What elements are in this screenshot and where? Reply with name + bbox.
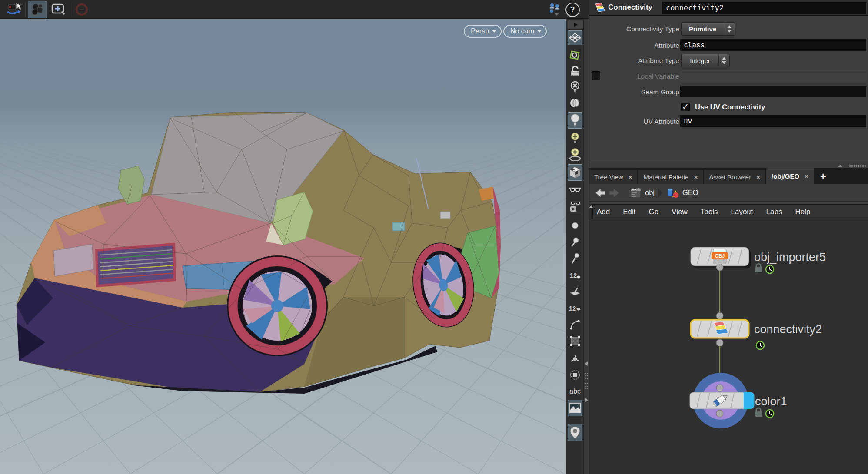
help-icon: ? <box>565 3 580 17</box>
view-tool-button[interactable] <box>4 1 23 18</box>
collapse-left-icon <box>585 361 588 366</box>
close-icon[interactable]: × <box>805 172 808 180</box>
node-label: connectivity2 <box>754 323 822 336</box>
node-color1[interactable]: color1 <box>690 373 787 428</box>
bulb-icon <box>570 113 580 127</box>
scene-viewport[interactable]: Persp No cam <box>0 19 566 474</box>
box-zoom-button[interactable] <box>49 1 68 18</box>
display-points-button[interactable] <box>568 218 582 233</box>
prim-numbers-button[interactable]: 12 <box>568 301 582 315</box>
toolbar-separator <box>70 2 70 17</box>
close-icon[interactable]: × <box>694 173 698 181</box>
tab-asset-browser[interactable]: Asset Browser × <box>704 170 765 184</box>
no-lighting-button[interactable] <box>568 80 582 95</box>
prim-hulls-button[interactable] <box>568 334 582 348</box>
pane-divider[interactable] <box>589 163 868 168</box>
obj-network-icon <box>629 187 642 199</box>
display-text-button[interactable]: abc <box>568 384 582 399</box>
menubar-scroll-edge[interactable] <box>589 204 593 219</box>
camera-select-pill[interactable]: No cam <box>503 25 547 38</box>
close-icon[interactable]: × <box>629 173 632 181</box>
lock-camera-button[interactable] <box>568 64 582 79</box>
point-trails-button[interactable] <box>568 351 582 366</box>
clock-badge-icon <box>766 265 774 273</box>
houdini-window: ? <box>0 0 868 474</box>
menu-tools[interactable]: Tools <box>701 208 718 216</box>
attribute-input[interactable]: class <box>680 39 866 51</box>
pane-splitter[interactable] <box>583 19 589 474</box>
point-normals-button[interactable] <box>568 235 582 249</box>
obj-file-icon: OBJ <box>712 249 728 264</box>
toolbar-expander-button[interactable] <box>568 20 583 30</box>
select-objects-button[interactable] <box>28 1 47 18</box>
camera-menu-label: Persp <box>471 27 489 35</box>
point-numbers-button[interactable]: 12 <box>568 268 582 282</box>
node-name-input[interactable]: connectivity2 <box>662 2 866 14</box>
geo-node-icon <box>666 187 679 199</box>
uv-attribute-input[interactable]: uv <box>680 115 866 127</box>
toolbar-separator <box>25 2 26 17</box>
tab-obj-geo[interactable]: /obj/GEO × <box>766 168 814 184</box>
camera-menu-pill[interactable]: Persp <box>464 25 502 38</box>
snapshot-button[interactable] <box>568 424 582 441</box>
menu-labs[interactable]: Labs <box>766 208 782 216</box>
view-tool-icon <box>6 2 22 17</box>
menu-add[interactable]: Add <box>597 208 610 216</box>
materials-button[interactable] <box>568 164 582 181</box>
tab-tree-view[interactable]: Tree View × <box>589 170 637 184</box>
desktop-selector-button[interactable] <box>546 1 563 18</box>
bulb-plus-icon <box>570 132 580 145</box>
node-label: obj_importer5 <box>754 251 826 264</box>
tab-material-palette[interactable]: Material Palette × <box>638 170 703 184</box>
tab-label: Tree View <box>594 173 623 181</box>
point-normal-icon <box>570 237 580 247</box>
headlight-only-button[interactable] <box>568 96 582 110</box>
breadcrumb-geo[interactable]: GEO <box>682 189 698 197</box>
background-image-button[interactable] <box>568 400 582 416</box>
breadcrumb-obj[interactable]: obj <box>645 189 655 197</box>
connectivity-type-value: Primitive <box>682 25 724 33</box>
pane-expand-icon <box>838 165 843 167</box>
node-obj-importer5[interactable]: OBJ obj_importer5 <box>691 247 826 273</box>
help-button[interactable]: ? <box>564 1 581 18</box>
flat-shaded-button[interactable] <box>568 199 582 214</box>
menu-view[interactable]: View <box>672 208 688 216</box>
forward-arrow-icon[interactable] <box>608 187 621 199</box>
grid-toggle-button[interactable] <box>568 30 582 45</box>
connectivity-type-dropdown[interactable]: Primitive <box>681 22 735 36</box>
profile-curves-button[interactable] <box>568 317 582 332</box>
spinner-icon <box>724 23 735 35</box>
pane-grip <box>849 164 866 168</box>
snap-disabled-button[interactable] <box>73 1 90 18</box>
vertex-markers-button[interactable] <box>568 368 582 382</box>
box-zoom-icon <box>50 2 66 17</box>
seam-group-input[interactable] <box>680 86 866 97</box>
close-icon[interactable]: × <box>756 173 760 181</box>
uv-attribute-label: UV Attribute <box>589 118 679 126</box>
attribute-type-dropdown[interactable]: Integer <box>681 54 730 67</box>
point-markers-button[interactable] <box>568 251 582 266</box>
normal-lighting-button[interactable] <box>568 112 582 129</box>
hq-lighting-shadows-button[interactable] <box>568 147 582 162</box>
hq-lighting-button[interactable] <box>568 131 582 146</box>
node-connectivity2[interactable]: connectivity2 <box>691 312 822 349</box>
smooth-shaded-button[interactable] <box>568 183 582 198</box>
hull-icon <box>569 335 581 347</box>
uv-overlay-button[interactable] <box>568 48 582 63</box>
point-icon <box>571 222 579 229</box>
menu-edit[interactable]: Edit <box>623 208 635 216</box>
menu-go[interactable]: Go <box>649 208 659 216</box>
abc-icon: abc <box>569 388 581 395</box>
prim-normals-button[interactable] <box>568 284 582 299</box>
node-label: color1 <box>755 395 787 408</box>
back-arrow-icon[interactable] <box>593 187 606 199</box>
network-editor[interactable]: OBJ obj_importer5 <box>589 219 868 474</box>
add-tab-button[interactable]: + <box>815 168 832 184</box>
menu-layout[interactable]: Layout <box>731 208 753 216</box>
menu-help[interactable]: Help <box>795 208 810 216</box>
point-numbers-icon: 12 <box>570 272 577 279</box>
chevron-down-icon <box>537 30 542 33</box>
profile-curve-icon <box>570 319 580 330</box>
use-uv-checkbox[interactable]: ✓ <box>681 103 690 111</box>
desktop-selector-icon <box>547 2 562 17</box>
